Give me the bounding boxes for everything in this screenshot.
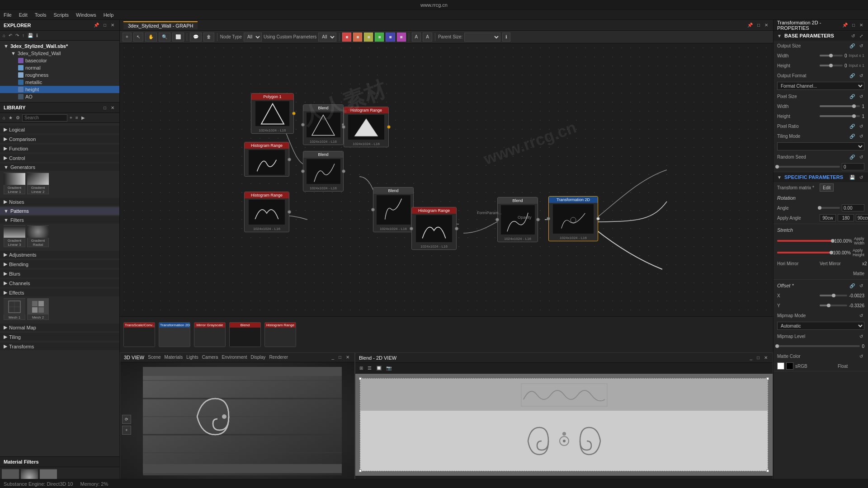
gt-color6-btn[interactable]: ■ <box>397 33 406 42</box>
node-blend4-port-in1[interactable] <box>495 218 499 221</box>
output-format-lock[interactable]: 🔗 <box>848 73 856 79</box>
matte-color-reset[interactable]: ↺ <box>858 353 864 359</box>
node-histrange2[interactable]: Histogram Range <box>244 142 289 177</box>
strip-node3[interactable]: Mirror Grayscale <box>194 322 226 347</box>
lib-header-transforms[interactable]: ▶ Transforms <box>0 343 119 350</box>
lib-header-patterns[interactable]: ▼ Patterns <box>0 207 119 215</box>
random-seed-input[interactable] <box>842 163 864 170</box>
graph-pin-btn[interactable]: 📌 <box>746 22 754 28</box>
node-histrange2-port-out[interactable] <box>288 158 291 161</box>
view2d-tool2[interactable]: ☰ <box>366 366 373 371</box>
menu-windows[interactable]: Windows <box>76 12 96 18</box>
node-blend4-port-out[interactable] <box>536 218 540 221</box>
lib-header-blurs[interactable]: ▶ Blurs <box>0 270 119 277</box>
gt-color5-btn[interactable]: ■ <box>386 33 395 42</box>
lib-add-btn[interactable]: + <box>69 115 73 120</box>
view3d-menu-display[interactable]: Display <box>251 355 266 360</box>
tree-graph[interactable]: ▼ 3dex_Stylized_Wall <box>0 50 119 57</box>
gt-color1-btn[interactable]: ■ <box>342 33 351 42</box>
pixel-size-lock[interactable]: 🔗 <box>848 94 856 99</box>
gt-pan-btn[interactable]: ✋ <box>145 33 157 42</box>
lib-header-function[interactable]: ▶ Function <box>0 145 119 152</box>
gt-parentsize-info-btn[interactable]: ℹ <box>502 33 510 42</box>
view3d-menu-renderer[interactable]: Renderer <box>269 355 288 360</box>
library-search-input[interactable] <box>22 114 67 122</box>
strip-node4[interactable]: Blend <box>229 322 261 347</box>
props-expand-btn[interactable]: □ <box>851 22 856 28</box>
output-size-lock-btn[interactable]: 🔗 <box>848 43 856 49</box>
offset-x-slider[interactable] <box>820 294 847 297</box>
explorer-up-btn[interactable]: ↑ <box>21 33 25 38</box>
lib-favorites-btn[interactable]: ★ <box>8 115 14 120</box>
view3d-menu-scene[interactable]: Scene <box>148 355 160 360</box>
tree-output-ao[interactable]: AO <box>0 93 119 100</box>
pixel-ratio-reset[interactable]: ↺ <box>858 123 864 129</box>
lib-header-noises[interactable]: ▶ Noises <box>0 198 119 206</box>
output-width-slider[interactable] <box>820 54 843 57</box>
view3d-minimize-btn[interactable]: _ <box>330 354 335 360</box>
random-seed-reset[interactable]: ↺ <box>858 154 864 160</box>
props-close-btn[interactable]: ✕ <box>858 22 864 28</box>
view3d-menu-camera[interactable]: Camera <box>202 355 218 360</box>
tree-output-normal[interactable]: normal <box>0 64 119 71</box>
offset-lock[interactable]: 🔗 <box>848 283 856 289</box>
explorer-close-btn[interactable]: ✕ <box>109 22 116 28</box>
node-transform2d[interactable]: Transformation 2D 1024x1024 - L16 <box>548 196 598 241</box>
view2d-handle-tl[interactable] <box>359 377 362 380</box>
tiling-mode-lock[interactable]: 🔗 <box>848 133 856 139</box>
gt-text2-btn[interactable]: A <box>423 33 432 42</box>
pixel-height-slider[interactable] <box>820 114 860 118</box>
explorer-fwd-btn[interactable]: ↷ <box>14 33 20 38</box>
view2d-tool1[interactable]: ⊞ <box>358 366 364 371</box>
node-transform2d-port-out[interactable] <box>596 217 600 221</box>
explorer-expand-btn[interactable]: □ <box>102 22 108 28</box>
stretch-height-slider[interactable] <box>777 251 831 254</box>
lib-header-blending[interactable]: ▶ Blending <box>0 260 119 268</box>
view2d-handle-br[interactable] <box>766 469 769 472</box>
gt-pointer-btn[interactable]: ↖ <box>133 33 143 42</box>
lib-header-channels[interactable]: ▶ Channels <box>0 279 119 287</box>
node-histrange3[interactable]: Histogram Range 1024x1024 - L16 <box>244 192 289 232</box>
output-height-slider[interactable] <box>820 64 843 67</box>
mipmap-mode-select[interactable]: Automatic <box>777 322 864 330</box>
offset-reset[interactable]: ↺ <box>858 283 864 289</box>
view3d-close-btn[interactable]: ✕ <box>344 354 351 360</box>
view3d-expand-btn[interactable]: □ <box>337 354 343 360</box>
lib-thumb-grad-linear3[interactable]: Gradient Linear 3 <box>4 225 25 247</box>
specific-params-header[interactable]: ▼ SPECIFIC PARAMETERS 💾 ↺ <box>774 172 868 182</box>
node-blend1-port-in[interactable] <box>301 123 305 127</box>
lib-thumb-mesh1[interactable]: Mesh 1 <box>4 298 25 320</box>
lib-header-normal-map[interactable]: ▶ Normal Map <box>0 324 119 331</box>
lib-header-control[interactable]: ▶ Control <box>0 154 119 162</box>
explorer-save-btn[interactable]: 💾 <box>27 33 34 38</box>
node-blend3[interactable]: Blend 1024x1024 - L16 <box>373 187 414 232</box>
lib-header-comparison[interactable]: ▶ Comparison <box>0 135 119 143</box>
node-polygon1[interactable]: Polygon 1 1024x1024 - L16 <box>251 93 294 134</box>
tree-output-basecolor[interactable]: basecolor <box>0 57 119 64</box>
node-transform2d-port-in[interactable] <box>547 217 550 221</box>
lib-header-tiling[interactable]: ▶ Tiling <box>0 333 119 341</box>
node-histrange3-port-out[interactable] <box>288 210 291 214</box>
lib-header-effects[interactable]: ▶ Effects <box>0 289 119 296</box>
explorer-back-btn[interactable]: ↶ <box>8 33 13 38</box>
mipmap-mode-reset[interactable]: ↺ <box>858 313 864 319</box>
lib-header-logical[interactable]: ▶ Logical <box>0 126 119 133</box>
node-blend2[interactable]: Blend 1024x1024 - L16 <box>303 151 344 192</box>
lib-thumb-mesh2[interactable]: Mesh 2 <box>27 298 49 320</box>
tree-output-metallic[interactable]: metallic <box>0 79 119 86</box>
random-seed-lock[interactable]: 🔗 <box>848 154 856 160</box>
gt-comment-btn[interactable]: 💬 <box>190 33 202 42</box>
props-pin-btn[interactable]: 📌 <box>841 22 849 28</box>
node-blend3-port-in[interactable] <box>371 208 375 211</box>
gt-nodetype-select[interactable]: All <box>244 33 262 42</box>
lib-more-btn[interactable]: ▶ <box>80 115 86 120</box>
tiling-mode-select[interactable] <box>777 142 864 150</box>
view3d-rotate-btn[interactable]: ⟳ <box>122 415 131 424</box>
base-reset-btn[interactable]: ↺ <box>850 33 856 39</box>
view2d-minimize-btn[interactable]: _ <box>748 355 754 361</box>
pixel-size-reset[interactable]: ↺ <box>858 94 864 99</box>
pixel-ratio-lock[interactable]: 🔗 <box>848 123 856 129</box>
menu-edit[interactable]: Edit <box>19 12 28 18</box>
specific-save-btn[interactable]: 💾 <box>848 174 856 180</box>
node-polygon1-port-out[interactable] <box>292 112 296 115</box>
